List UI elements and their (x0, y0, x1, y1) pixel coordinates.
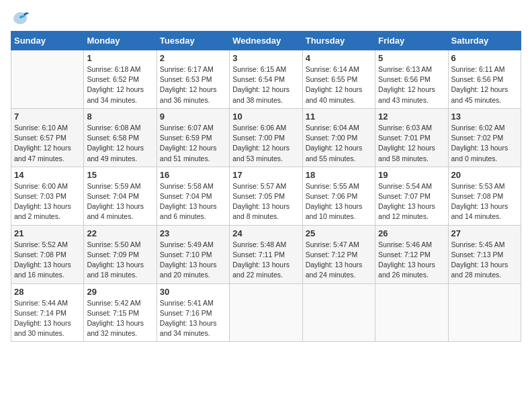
day-info: Sunrise: 6:18 AM Sunset: 6:52 PM Dayligh… (87, 64, 153, 105)
calendar-cell: 11Sunrise: 6:04 AM Sunset: 7:00 PM Dayli… (302, 108, 375, 167)
day-number: 26 (378, 228, 445, 238)
calendar-cell: 14Sunrise: 6:00 AM Sunset: 7:03 PM Dayli… (11, 167, 84, 225)
calendar-cell: 29Sunrise: 5:42 AM Sunset: 7:15 PM Dayli… (84, 283, 157, 342)
logo-bird-icon (11, 11, 30, 26)
calendar-cell: 15Sunrise: 5:59 AM Sunset: 7:04 PM Dayli… (84, 167, 157, 225)
calendar-cell: 17Sunrise: 5:57 AM Sunset: 7:05 PM Dayli… (230, 167, 302, 225)
day-info: Sunrise: 5:55 AM Sunset: 7:06 PM Dayligh… (306, 181, 372, 222)
day-info: Sunrise: 5:46 AM Sunset: 7:12 PM Dayligh… (378, 240, 445, 281)
day-info: Sunrise: 6:02 AM Sunset: 7:02 PM Dayligh… (451, 123, 518, 164)
calendar-week-row: 7Sunrise: 6:10 AM Sunset: 6:57 PM Daylig… (11, 108, 521, 167)
calendar-cell: 8Sunrise: 6:08 AM Sunset: 6:58 PM Daylig… (84, 108, 157, 167)
calendar-cell: 28Sunrise: 5:44 AM Sunset: 7:14 PM Dayli… (11, 283, 84, 342)
day-info: Sunrise: 6:15 AM Sunset: 6:54 PM Dayligh… (232, 64, 299, 105)
calendar-cell: 26Sunrise: 5:46 AM Sunset: 7:12 PM Dayli… (375, 225, 448, 283)
calendar-header-wednesday: Wednesday (230, 32, 302, 50)
calendar-cell: 24Sunrise: 5:48 AM Sunset: 7:11 PM Dayli… (230, 225, 302, 283)
day-info: Sunrise: 5:47 AM Sunset: 7:12 PM Dayligh… (306, 240, 372, 281)
day-number: 15 (87, 170, 153, 180)
day-info: Sunrise: 6:07 AM Sunset: 6:59 PM Dayligh… (160, 123, 226, 164)
day-number: 25 (306, 228, 372, 238)
day-number: 17 (232, 170, 299, 180)
day-info: Sunrise: 5:54 AM Sunset: 7:07 PM Dayligh… (378, 181, 445, 222)
calendar-cell: 27Sunrise: 5:45 AM Sunset: 7:13 PM Dayli… (448, 225, 521, 283)
calendar-cell: 6Sunrise: 6:11 AM Sunset: 6:56 PM Daylig… (448, 50, 521, 109)
calendar-cell: 7Sunrise: 6:10 AM Sunset: 6:57 PM Daylig… (11, 108, 84, 167)
calendar-week-row: 1Sunrise: 6:18 AM Sunset: 6:52 PM Daylig… (11, 50, 521, 109)
day-number: 5 (378, 53, 445, 63)
calendar-cell: 23Sunrise: 5:49 AM Sunset: 7:10 PM Dayli… (157, 225, 229, 283)
day-number: 6 (451, 53, 518, 63)
day-number: 28 (14, 287, 81, 297)
day-number: 18 (306, 170, 372, 180)
calendar-cell: 12Sunrise: 6:03 AM Sunset: 7:01 PM Dayli… (375, 108, 448, 167)
day-number: 22 (87, 228, 153, 238)
calendar-cell: 10Sunrise: 6:06 AM Sunset: 7:00 PM Dayli… (230, 108, 302, 167)
calendar-cell: 2Sunrise: 6:17 AM Sunset: 6:53 PM Daylig… (157, 50, 229, 109)
day-number: 27 (451, 228, 518, 238)
day-info: Sunrise: 5:42 AM Sunset: 7:15 PM Dayligh… (87, 298, 153, 339)
day-info: Sunrise: 5:53 AM Sunset: 7:08 PM Dayligh… (451, 181, 518, 222)
day-number: 9 (160, 111, 226, 122)
calendar-cell: 20Sunrise: 5:53 AM Sunset: 7:08 PM Dayli… (448, 167, 521, 225)
day-number: 14 (14, 170, 81, 180)
day-info: Sunrise: 6:14 AM Sunset: 6:55 PM Dayligh… (306, 64, 372, 105)
calendar-week-row: 28Sunrise: 5:44 AM Sunset: 7:14 PM Dayli… (11, 283, 521, 342)
calendar-cell (230, 283, 302, 342)
logo (11, 11, 32, 26)
day-number: 13 (451, 111, 518, 122)
day-info: Sunrise: 6:17 AM Sunset: 6:53 PM Dayligh… (160, 64, 226, 105)
day-info: Sunrise: 5:58 AM Sunset: 7:04 PM Dayligh… (160, 181, 226, 222)
day-info: Sunrise: 6:06 AM Sunset: 7:00 PM Dayligh… (232, 123, 299, 164)
calendar-header-sunday: Sunday (11, 32, 84, 50)
day-number: 30 (160, 287, 226, 297)
calendar-cell (448, 283, 521, 342)
day-number: 10 (232, 111, 299, 122)
calendar-week-row: 14Sunrise: 6:00 AM Sunset: 7:03 PM Dayli… (11, 167, 521, 225)
calendar-header-row: SundayMondayTuesdayWednesdayThursdayFrid… (11, 32, 521, 50)
calendar-cell: 5Sunrise: 6:13 AM Sunset: 6:56 PM Daylig… (375, 50, 448, 109)
day-info: Sunrise: 6:10 AM Sunset: 6:57 PM Dayligh… (14, 123, 81, 164)
calendar-cell (375, 283, 448, 342)
calendar-cell: 3Sunrise: 6:15 AM Sunset: 6:54 PM Daylig… (230, 50, 302, 109)
calendar-week-row: 21Sunrise: 5:52 AM Sunset: 7:08 PM Dayli… (11, 225, 521, 283)
day-info: Sunrise: 5:44 AM Sunset: 7:14 PM Dayligh… (14, 298, 81, 339)
day-number: 29 (87, 287, 153, 297)
calendar-cell: 13Sunrise: 6:02 AM Sunset: 7:02 PM Dayli… (448, 108, 521, 167)
day-number: 24 (232, 228, 299, 238)
day-info: Sunrise: 6:03 AM Sunset: 7:01 PM Dayligh… (378, 123, 445, 164)
day-info: Sunrise: 5:57 AM Sunset: 7:05 PM Dayligh… (232, 181, 299, 222)
day-number: 19 (378, 170, 445, 180)
calendar-cell: 19Sunrise: 5:54 AM Sunset: 7:07 PM Dayli… (375, 167, 448, 225)
day-info: Sunrise: 6:00 AM Sunset: 7:03 PM Dayligh… (14, 181, 81, 222)
calendar-header-thursday: Thursday (302, 32, 375, 50)
calendar-cell: 9Sunrise: 6:07 AM Sunset: 6:59 PM Daylig… (157, 108, 229, 167)
calendar-header-monday: Monday (84, 32, 157, 50)
day-number: 2 (160, 53, 226, 63)
header (11, 11, 521, 26)
calendar-cell: 1Sunrise: 6:18 AM Sunset: 6:52 PM Daylig… (84, 50, 157, 109)
day-number: 8 (87, 111, 153, 122)
calendar-cell: 22Sunrise: 5:50 AM Sunset: 7:09 PM Dayli… (84, 225, 157, 283)
calendar-cell: 25Sunrise: 5:47 AM Sunset: 7:12 PM Dayli… (302, 225, 375, 283)
day-info: Sunrise: 6:04 AM Sunset: 7:00 PM Dayligh… (306, 123, 372, 164)
day-info: Sunrise: 5:49 AM Sunset: 7:10 PM Dayligh… (160, 240, 226, 281)
calendar-cell (302, 283, 375, 342)
day-number: 3 (232, 53, 299, 63)
day-info: Sunrise: 5:41 AM Sunset: 7:16 PM Dayligh… (160, 298, 226, 339)
calendar-table: SundayMondayTuesdayWednesdayThursdayFrid… (11, 31, 521, 342)
calendar-cell: 18Sunrise: 5:55 AM Sunset: 7:06 PM Dayli… (302, 167, 375, 225)
day-number: 12 (378, 111, 445, 122)
day-info: Sunrise: 5:45 AM Sunset: 7:13 PM Dayligh… (451, 240, 518, 281)
day-number: 21 (14, 228, 81, 238)
calendar-cell: 4Sunrise: 6:14 AM Sunset: 6:55 PM Daylig… (302, 50, 375, 109)
day-number: 11 (306, 111, 372, 122)
calendar-header-friday: Friday (375, 32, 448, 50)
day-info: Sunrise: 6:13 AM Sunset: 6:56 PM Dayligh… (378, 64, 445, 105)
calendar-header-saturday: Saturday (448, 32, 521, 50)
day-info: Sunrise: 5:48 AM Sunset: 7:11 PM Dayligh… (232, 240, 299, 281)
calendar-header-tuesday: Tuesday (157, 32, 229, 50)
calendar-cell: 21Sunrise: 5:52 AM Sunset: 7:08 PM Dayli… (11, 225, 84, 283)
day-info: Sunrise: 5:52 AM Sunset: 7:08 PM Dayligh… (14, 240, 81, 281)
day-info: Sunrise: 6:11 AM Sunset: 6:56 PM Dayligh… (451, 64, 518, 105)
